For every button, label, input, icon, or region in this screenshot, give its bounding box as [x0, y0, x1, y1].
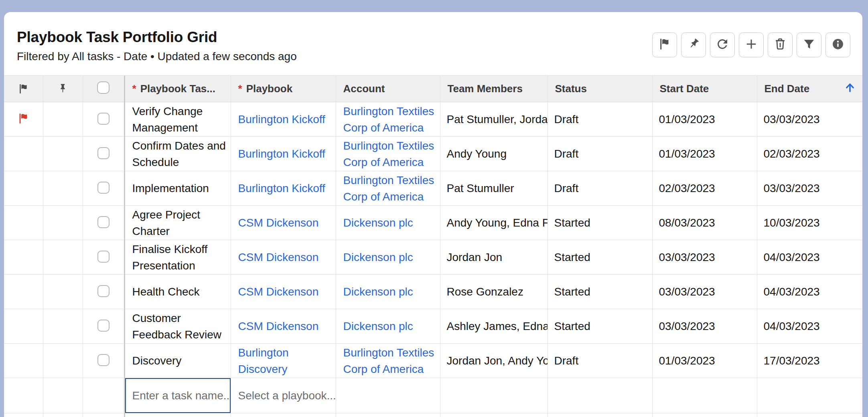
checkbox-cell[interactable]	[83, 137, 124, 171]
flag-cell[interactable]	[4, 102, 43, 137]
start-date-cell: 03/03/2023	[652, 240, 757, 275]
end-date-cell: 04/03/2023	[757, 240, 862, 275]
account-link[interactable]: Dickenson plc	[336, 249, 440, 265]
column-header-start-date[interactable]: Start Date	[652, 76, 757, 102]
playbook-cell	[231, 413, 336, 417]
refresh-button[interactable]	[710, 32, 735, 57]
playbook-select[interactable]: Select a playbook...	[231, 389, 336, 402]
pin-cell	[43, 413, 83, 417]
info-button[interactable]	[825, 32, 850, 57]
account-link[interactable]: Burlington TextilesCorp of America	[336, 344, 440, 377]
card-header: Playbook Task Portfolio Grid Filtered by…	[4, 12, 862, 75]
select-all-cell[interactable]	[83, 76, 124, 102]
end-date-cell: 10/03/2023	[757, 206, 862, 240]
end-date-entry-cell[interactable]	[757, 378, 862, 413]
flag-cell[interactable]	[4, 206, 43, 240]
column-header-status[interactable]: Status	[548, 76, 652, 102]
account-cell: Dickenson plc	[336, 275, 440, 309]
playbook-link[interactable]: CSM Dickenson	[231, 283, 336, 300]
status-entry-cell[interactable]	[548, 378, 652, 413]
playbook-cell: CSM Dickenson	[231, 240, 336, 275]
status-cell	[548, 413, 652, 417]
checkbox-cell[interactable]	[83, 344, 124, 378]
row-checkbox[interactable]	[97, 251, 110, 263]
column-label: Account	[343, 83, 385, 95]
flag-cell[interactable]	[4, 171, 43, 206]
end-date-cell: 02/03/2023	[757, 137, 862, 171]
playbook-link[interactable]: Burlington Kickoff	[231, 180, 336, 196]
task-name-input[interactable]: Enter a task name...	[125, 389, 231, 402]
checkbox-cell[interactable]	[83, 309, 124, 344]
checkbox-cell[interactable]	[83, 206, 124, 240]
checkbox-cell[interactable]	[83, 171, 124, 206]
checkbox-cell[interactable]	[83, 240, 124, 275]
pin-cell[interactable]	[43, 137, 83, 171]
playbook-cell: Burlington Kickoff	[231, 137, 336, 171]
playbook-link[interactable]: CSM Dickenson	[231, 249, 336, 265]
pin-cell[interactable]	[43, 240, 83, 275]
pin-cell[interactable]	[43, 206, 83, 240]
flag-cell[interactable]	[4, 137, 43, 171]
pin-button[interactable]	[681, 32, 706, 57]
task-cell: Verify ChangeManagement	[124, 102, 231, 137]
checkbox-cell[interactable]	[83, 275, 124, 309]
status-cell: Started	[548, 309, 652, 344]
toolbar	[652, 32, 850, 57]
account-link[interactable]: Dickenson plc	[336, 318, 440, 334]
flag-cell[interactable]	[4, 275, 43, 309]
account-cell	[336, 413, 440, 417]
sort-ascending-icon	[844, 81, 856, 96]
end-date-cell: 04/03/2023	[757, 309, 862, 344]
flag-cell[interactable]	[4, 309, 43, 344]
column-header-end-date[interactable]: End Date	[757, 76, 862, 102]
pin-cell[interactable]	[43, 309, 83, 344]
start-date-cell: 01/03/2023	[652, 137, 757, 171]
flag-button[interactable]	[652, 32, 677, 57]
row-checkbox[interactable]	[97, 320, 110, 332]
delete-button[interactable]	[768, 32, 793, 57]
account-link[interactable]: Dickenson plc	[336, 215, 440, 231]
pin-cell[interactable]	[43, 275, 83, 309]
start-date-cell: 03/03/2023	[652, 275, 757, 309]
pin-cell[interactable]	[43, 344, 83, 378]
team-members-cell: Pat Stumuller	[440, 171, 548, 206]
checkbox-cell[interactable]	[83, 102, 124, 137]
filter-button[interactable]	[797, 32, 821, 57]
account-cell: Dickenson plc	[336, 309, 440, 344]
account-link[interactable]: Dickenson plc	[336, 283, 440, 300]
row-checkbox[interactable]	[97, 182, 110, 194]
playbook-link[interactable]: CSM Dickenson	[231, 318, 336, 334]
select-all-checkbox[interactable]	[97, 81, 110, 94]
account-entry-cell[interactable]	[336, 378, 440, 413]
team-members-entry-cell[interactable]	[440, 378, 548, 413]
filter-icon	[802, 37, 816, 53]
column-header-playbook[interactable]: *Playbook	[231, 76, 336, 102]
grid-card: Playbook Task Portfolio Grid Filtered by…	[4, 12, 862, 417]
flag-cell[interactable]	[4, 344, 43, 378]
account-link[interactable]: Burlington TextilesCorp of America	[336, 172, 440, 205]
column-header-team-members[interactable]: Team Members	[440, 76, 548, 102]
row-checkbox[interactable]	[97, 147, 110, 159]
playbook-link[interactable]: CSM Dickenson	[231, 215, 336, 231]
table-row: Discovery BurlingtonDiscovery Burlington…	[4, 344, 862, 378]
row-checkbox[interactable]	[97, 285, 110, 297]
start-date-entry-cell[interactable]	[652, 378, 757, 413]
account-link[interactable]: Burlington TextilesCorp of America	[336, 103, 440, 136]
add-row-button[interactable]	[739, 32, 764, 57]
flag-cell[interactable]	[4, 240, 43, 275]
playbook-link[interactable]: Burlington Kickoff	[231, 111, 336, 128]
playbook-link[interactable]: Burlington Kickoff	[231, 146, 336, 162]
playbook-link[interactable]: BurlingtonDiscovery	[231, 344, 336, 377]
row-checkbox[interactable]	[97, 113, 110, 125]
row-checkbox[interactable]	[97, 354, 110, 366]
column-header-playbook-task[interactable]: *Playbook Tas...	[124, 76, 231, 102]
end-date-cell: 03/03/2023	[757, 171, 862, 206]
pin-cell[interactable]	[43, 102, 83, 137]
row-checkbox[interactable]	[97, 216, 110, 228]
playbook-entry-cell[interactable]: Select a playbook...	[231, 378, 336, 413]
pin-cell[interactable]	[43, 171, 83, 206]
playbook-cell: Burlington Kickoff	[231, 102, 336, 137]
task-name-entry-cell[interactable]: Enter a task name...	[124, 378, 231, 413]
account-link[interactable]: Burlington TextilesCorp of America	[336, 138, 440, 170]
column-header-account[interactable]: Account	[336, 76, 440, 102]
